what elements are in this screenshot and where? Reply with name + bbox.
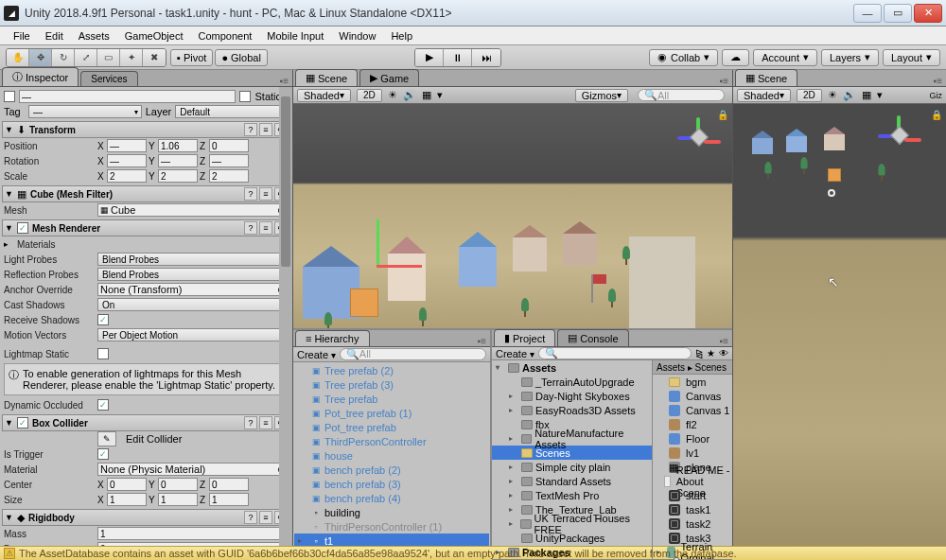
- fx-icon[interactable]: ▦: [422, 89, 431, 101]
- hierarchy-search[interactable]: 🔍All: [340, 348, 486, 360]
- scale-tool[interactable]: ⤢: [75, 49, 97, 66]
- custom-tool[interactable]: ✖: [143, 49, 166, 66]
- menu-window[interactable]: Window: [331, 28, 383, 44]
- panel-options[interactable]: ▪≡: [276, 76, 292, 86]
- menu-assets[interactable]: Assets: [71, 28, 117, 44]
- hidden-icon[interactable]: 👁: [719, 348, 728, 359]
- pos-z[interactable]: [209, 139, 249, 152]
- meshrenderer-header[interactable]: ▼✓ Mesh Renderer ?≡⚙: [2, 219, 290, 236]
- step-button[interactable]: ⏭: [472, 49, 500, 66]
- tab-hierarchy[interactable]: ≡Hierarchy: [295, 330, 370, 346]
- tab-services[interactable]: Services: [80, 71, 137, 86]
- menu-mobile-input[interactable]: Mobile Input: [259, 28, 331, 44]
- edit-collider-button[interactable]: ✎: [97, 431, 116, 446]
- tab-project[interactable]: ▮Project: [494, 329, 555, 346]
- hierarchy-item[interactable]: ▣bench prefab (2): [294, 463, 489, 477]
- project-file-item[interactable]: Floor: [653, 431, 732, 446]
- orientation-gizmo[interactable]: [675, 114, 723, 161]
- tag-dropdown[interactable]: —: [28, 105, 142, 118]
- inspector-scrollbar[interactable]: [279, 87, 292, 546]
- hierarchy-item[interactable]: ▣ThirdPersonController: [294, 434, 489, 448]
- shading-dropdown-2[interactable]: Shaded ▾: [737, 89, 791, 102]
- light-icon[interactable]: ☀: [388, 89, 397, 101]
- gameobject-name-field[interactable]: —: [19, 90, 236, 103]
- size-z[interactable]: [209, 493, 249, 506]
- project-file-item[interactable]: Canvas 1: [653, 403, 732, 417]
- menu-gameobject[interactable]: GameObject: [117, 28, 191, 44]
- maximize-button[interactable]: ▭: [884, 4, 912, 23]
- project-file-item[interactable]: READ ME - About Scene: [653, 474, 732, 488]
- motion-dd[interactable]: Per Object Motion: [97, 328, 289, 341]
- dynocc-chk[interactable]: ✓: [97, 399, 109, 411]
- rot-x[interactable]: [107, 154, 147, 167]
- pos-x[interactable]: [107, 139, 147, 152]
- orientation-gizmo-2[interactable]: [876, 112, 923, 159]
- pos-y[interactable]: [158, 139, 198, 152]
- size-x[interactable]: [107, 493, 147, 506]
- lightprobes-dd[interactable]: Blend Probes: [97, 253, 289, 266]
- project-tree-item[interactable]: ▸EasyRoads3D Assets: [492, 403, 652, 417]
- scene-search[interactable]: 🔍All: [638, 89, 725, 101]
- project-file-item[interactable]: task2: [653, 516, 732, 531]
- 2d-toggle-2[interactable]: 2D: [797, 89, 822, 102]
- preset-icon[interactable]: ≡: [259, 123, 272, 136]
- hierarchy-create[interactable]: Create ▾: [297, 349, 336, 360]
- physmat-field[interactable]: None (Physic Material)⊙: [97, 463, 289, 476]
- favorite-icon[interactable]: ★: [707, 348, 715, 359]
- menu-component[interactable]: Component: [190, 28, 259, 44]
- hierarchy-item[interactable]: ▫building: [294, 505, 489, 519]
- recvshadows-chk[interactable]: ✓: [97, 314, 109, 325]
- account-dropdown[interactable]: Account▾: [753, 49, 817, 66]
- project-tree-item[interactable]: ▸Standard Assets: [492, 474, 652, 488]
- tab-game[interactable]: ▶Game: [359, 69, 419, 86]
- rigidbody-header[interactable]: ▼◆ Rigidbody ?≡⚙: [2, 509, 290, 526]
- hierarchy-item[interactable]: ▣Tree prefab (2): [294, 363, 489, 377]
- tab-console[interactable]: ▤Console: [557, 329, 628, 346]
- hierarchy-item[interactable]: ▸▫t1: [294, 534, 489, 546]
- rot-y[interactable]: [158, 154, 198, 167]
- filter-icon[interactable]: ⧎: [695, 348, 703, 359]
- transform-header[interactable]: ▼⬇ Transform ?≡⚙: [2, 121, 290, 138]
- transform-tool[interactable]: ✦: [120, 49, 143, 66]
- project-file-item[interactable]: Canvas: [653, 389, 732, 403]
- renderer-enabled[interactable]: ✓: [17, 222, 28, 234]
- scene-view[interactable]: 🔒: [293, 104, 732, 328]
- global-toggle[interactable]: ●Global: [215, 49, 267, 66]
- project-search[interactable]: 🔍: [538, 347, 692, 359]
- center-z[interactable]: [209, 478, 249, 491]
- drag-field[interactable]: [97, 542, 289, 546]
- static-checkbox[interactable]: [239, 91, 251, 102]
- project-file-item[interactable]: fl2: [653, 417, 732, 431]
- scene-panel-options[interactable]: ▪≡: [716, 76, 732, 86]
- gizmos-dropdown[interactable]: Gizmos ▾: [575, 89, 628, 102]
- move-tool[interactable]: ✥: [29, 49, 52, 66]
- help-icon[interactable]: ?: [244, 123, 257, 136]
- collab-dropdown[interactable]: ◉Collab▾: [649, 49, 718, 66]
- castshadows-dd[interactable]: On: [97, 298, 289, 311]
- light-icon-2[interactable]: ☀: [828, 89, 837, 101]
- rotate-tool[interactable]: ↻: [52, 49, 75, 66]
- layout-dropdown[interactable]: Layout▾: [883, 49, 940, 66]
- pivot-toggle[interactable]: ▪Pivot: [170, 49, 213, 66]
- layer-dropdown[interactable]: Default: [175, 105, 289, 118]
- mass-field[interactable]: [97, 527, 289, 540]
- hierarchy-item[interactable]: ▣Tree prefab (3): [294, 377, 489, 392]
- rot-z[interactable]: [209, 154, 249, 167]
- menu-edit[interactable]: Edit: [38, 28, 71, 44]
- mesh-field[interactable]: ▦Cube⊙: [97, 203, 289, 217]
- meshfilter-header[interactable]: ▼▦ Cube (Mesh Filter) ?≡⚙: [2, 185, 290, 202]
- scale-z[interactable]: [209, 169, 249, 183]
- hierarchy-item[interactable]: ▫ThirdPersonController (1): [294, 519, 489, 534]
- anchor-field[interactable]: None (Transform)⊙: [97, 283, 289, 296]
- gameobject-active-checkbox[interactable]: [4, 91, 15, 102]
- lmstatic-chk[interactable]: [97, 348, 109, 359]
- hierarchy-item[interactable]: ▣Pot_tree prefab: [294, 420, 489, 434]
- reflprobes-dd[interactable]: Blend Probes: [97, 268, 289, 281]
- lock-icon-2[interactable]: 🔒: [931, 110, 942, 120]
- boxcollider-header[interactable]: ▼✓ Box Collider ?≡⚙: [2, 414, 290, 431]
- project-file-item[interactable]: lv1: [653, 446, 732, 460]
- hierarchy-item[interactable]: ▣bench prefab (3): [294, 477, 489, 491]
- hierarchy-item[interactable]: ▣bench prefab (4): [294, 491, 489, 505]
- project-tree-item[interactable]: _TerrainAutoUpgrade: [492, 375, 652, 389]
- project-tree-item[interactable]: ▾Assets: [492, 360, 652, 375]
